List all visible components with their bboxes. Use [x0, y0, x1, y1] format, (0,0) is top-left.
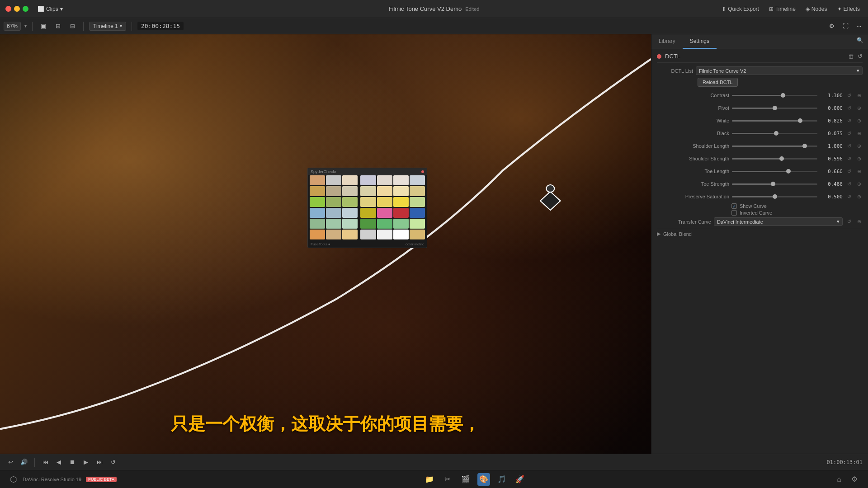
param-reset-2[interactable]: ↺ — [845, 117, 853, 124]
toolbar2: 67% ▾ ▣ ⊞ ⊟ Timeline 1 ▾ 20:00:28:15 ⚙ ⛶… — [0, 18, 868, 34]
swatch-41 — [410, 219, 425, 229]
param-slider-8[interactable] — [732, 196, 817, 197]
minimize-button[interactable] — [14, 6, 20, 12]
swatch-34 — [393, 208, 409, 218]
search-icon[interactable]: 🔍 — [852, 34, 868, 49]
param-adj-7[interactable]: ⊕ — [855, 180, 863, 188]
swatch-10 — [326, 208, 341, 218]
param-slider-6[interactable] — [732, 171, 817, 172]
more-options-icon[interactable]: ··· — [854, 21, 864, 32]
param-slider-thumb-6[interactable] — [786, 169, 791, 174]
stop-button[interactable]: ⏹ — [67, 457, 77, 467]
timeline-selector[interactable]: Timeline 1 ▾ — [89, 22, 126, 31]
dctl-delete-icon[interactable]: 🗑 — [848, 53, 854, 60]
param-adj-6[interactable]: ⊕ — [855, 168, 863, 175]
param-adj-4[interactable]: ⊕ — [855, 142, 863, 150]
color-page-icon[interactable]: 🎨 — [477, 473, 490, 486]
param-slider-4[interactable] — [732, 145, 817, 147]
skip-start-button[interactable]: ⏮ — [40, 457, 50, 467]
param-reset-1[interactable]: ↺ — [845, 104, 853, 112]
swatch-35 — [393, 219, 409, 229]
tc-reset-button[interactable]: ↺ — [845, 218, 853, 225]
param-label-1: Pivot — [657, 105, 729, 111]
skip-end-button[interactable]: ⏭ — [94, 457, 104, 467]
effects-button[interactable]: ✦ Effects — [833, 4, 864, 14]
show-curve-checkbox[interactable]: ✓ — [731, 203, 737, 209]
home-icon[interactable]: ⌂ — [833, 473, 845, 486]
param-slider-thumb-4[interactable] — [802, 144, 807, 148]
close-button[interactable] — [5, 6, 11, 12]
param-reset-5[interactable]: ↺ — [845, 155, 853, 162]
param-slider-thumb-0[interactable] — [781, 93, 785, 98]
param-slider-2[interactable] — [732, 120, 817, 122]
viewer-dual-icon[interactable]: ⊞ — [52, 21, 63, 32]
param-adj-0[interactable]: ⊕ — [855, 92, 863, 99]
viewer-multi-icon[interactable]: ⊟ — [67, 21, 78, 32]
inverted-curve-checkbox[interactable] — [731, 210, 737, 216]
step-back-button[interactable]: ◀ — [54, 457, 64, 467]
play-button[interactable]: ▶ — [81, 457, 91, 467]
clips-menu[interactable]: ⬜ Clips ▾ — [34, 5, 66, 13]
dctl-panel: DCTL 🗑 ↺ DCTL List Filmic Tone Curve V2 … — [651, 49, 868, 454]
davinci-logo-icon: ⬡ — [7, 473, 20, 486]
tc-adj-button[interactable]: ⊕ — [855, 218, 863, 225]
param-value-0: 1.300 — [820, 93, 843, 99]
param-adj-3[interactable]: ⊕ — [855, 130, 863, 137]
loop-button[interactable]: ↺ — [108, 457, 118, 467]
param-slider-1[interactable] — [732, 108, 817, 109]
reload-dctl-button[interactable]: Reload DCTL — [698, 78, 738, 87]
transfer-curve-select[interactable]: DaVinci Intermediate ▾ — [714, 217, 843, 226]
timeline-button[interactable]: ⊞ Timeline — [764, 4, 800, 14]
dctl-title: DCTL — [665, 53, 680, 60]
vol-icon[interactable]: 🔊 — [19, 457, 29, 467]
maximize-button[interactable] — [23, 6, 28, 12]
edit-page-icon[interactable]: 🎬 — [459, 473, 472, 486]
param-value-1: 0.000 — [820, 105, 843, 111]
nodes-icon: ◈ — [806, 6, 810, 12]
separator2 — [83, 22, 84, 31]
param-slider-thumb-2[interactable] — [798, 118, 802, 123]
param-reset-7[interactable]: ↺ — [845, 180, 853, 188]
param-slider-thumb-3[interactable] — [774, 131, 778, 136]
viewer-settings-icon[interactable]: ⚙ — [826, 21, 837, 32]
param-slider-3[interactable] — [732, 133, 817, 134]
param-reset-8[interactable]: ↺ — [845, 193, 853, 200]
loop-back-icon[interactable]: ↩ — [5, 457, 15, 467]
param-reset-4[interactable]: ↺ — [845, 142, 853, 150]
settings-icon[interactable]: ⚙ — [848, 473, 861, 486]
media-page-icon[interactable]: 📁 — [423, 473, 436, 486]
tab-settings[interactable]: Settings — [683, 34, 717, 49]
param-adj-5[interactable]: ⊕ — [855, 155, 863, 162]
dctl-list-chevron-icon: ▾ — [857, 68, 859, 74]
param-slider-thumb-7[interactable] — [771, 182, 775, 186]
chevron-down-icon[interactable]: ▾ — [24, 23, 27, 28]
param-row-8: Preserve Saturation 0.500 ↺ ⊕ — [657, 191, 863, 202]
dctl-reset-icon[interactable]: ↺ — [858, 53, 863, 60]
param-reset-6[interactable]: ↺ — [845, 168, 853, 175]
tab-library[interactable]: Library — [651, 34, 683, 49]
fullscreen-icon[interactable]: ⛶ — [840, 21, 851, 32]
fairlight-page-icon[interactable]: 🎵 — [495, 473, 508, 486]
nodes-button[interactable]: ◈ Nodes — [801, 4, 832, 14]
show-curve-row: ✓ Show Curve — [657, 203, 863, 209]
param-slider-0[interactable] — [732, 95, 817, 96]
dctl-list-select[interactable]: Filmic Tone Curve V2 ▾ — [696, 66, 863, 75]
param-reset-3[interactable]: ↺ — [845, 130, 853, 137]
param-adj-8[interactable]: ⊕ — [855, 193, 863, 200]
quick-export-button[interactable]: ⬆ Quick Export — [717, 4, 764, 14]
swatch-32 — [393, 186, 409, 196]
param-adj-1[interactable]: ⊕ — [855, 104, 863, 112]
timecode-display[interactable]: 20:00:28:15 — [137, 22, 184, 30]
param-reset-0[interactable]: ↺ — [845, 92, 853, 99]
viewer-single-icon[interactable]: ▣ — [38, 21, 49, 32]
param-slider-thumb-1[interactable] — [773, 106, 777, 110]
cut-page-icon[interactable]: ✂ — [441, 473, 454, 486]
param-adj-2[interactable]: ⊕ — [855, 117, 863, 124]
param-slider-5[interactable] — [732, 158, 817, 160]
param-slider-thumb-5[interactable] — [779, 156, 784, 161]
param-slider-7[interactable] — [732, 183, 817, 185]
deliver-page-icon[interactable]: 🚀 — [514, 473, 526, 486]
param-slider-thumb-8[interactable] — [773, 194, 777, 199]
zoom-level[interactable]: 67% — [4, 22, 21, 31]
effects-icon: ✦ — [837, 6, 842, 12]
